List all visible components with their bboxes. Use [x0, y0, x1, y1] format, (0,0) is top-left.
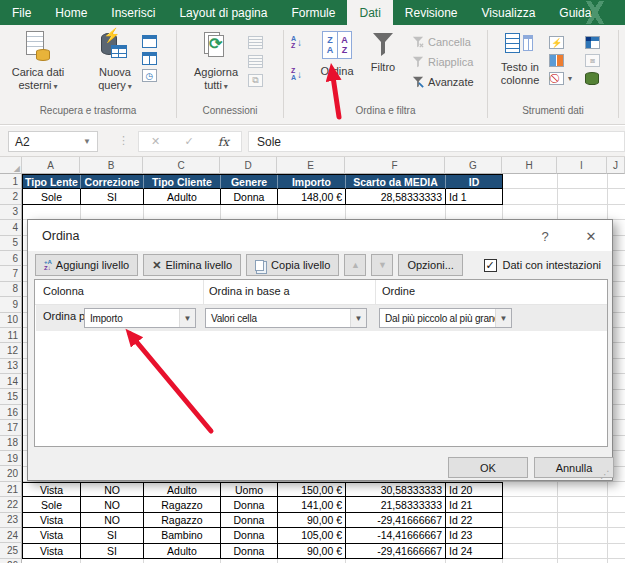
move-level-down-button[interactable]: ▼ — [371, 254, 393, 276]
cell-B25[interactable]: SI — [81, 544, 144, 559]
options-button[interactable]: Opzioni... — [398, 254, 462, 276]
select-all-corner[interactable]: ◢ — [0, 157, 22, 174]
table-header-cell[interactable]: Importo — [278, 175, 346, 189]
headers-checkbox[interactable]: ✓ — [484, 259, 497, 272]
tab-home[interactable]: Home — [43, 0, 99, 25]
connection-properties-icon-button[interactable] — [248, 36, 263, 49]
column-header-C[interactable]: C — [143, 157, 220, 174]
cell-A21[interactable]: Vista — [23, 483, 81, 497]
cell-C22[interactable]: Ragazzo — [144, 497, 221, 512]
column-header-E[interactable]: E — [277, 157, 345, 174]
row-header[interactable]: 11 — [0, 328, 22, 343]
cell-E22[interactable]: 141,00 € — [278, 497, 346, 512]
cell-D23[interactable]: Donna — [221, 513, 278, 528]
cell-A22[interactable]: Sole — [23, 497, 81, 512]
cell-D25[interactable]: Donna — [221, 544, 278, 559]
cell-A24[interactable]: Vista — [23, 528, 81, 543]
cancel-entry-icon[interactable]: ✕ — [151, 135, 160, 148]
table-header-cell[interactable]: Genere — [221, 175, 278, 189]
cell-F21[interactable]: 30,58333333 — [346, 483, 446, 497]
dialog-resize-grip[interactable]: ⋰ — [600, 469, 610, 480]
row-header[interactable]: 18 — [0, 436, 22, 451]
tab-inserisci[interactable]: Inserisci — [99, 0, 167, 25]
nuova-query-button[interactable]: ⚡ Nuova query▾ — [88, 31, 142, 93]
row-header[interactable]: 3 — [0, 205, 22, 220]
cell-A23[interactable]: Vista — [23, 513, 81, 528]
testo-in-colonne-button[interactable]: Testo in colonne — [495, 31, 545, 87]
cell-F25[interactable]: -29,41666667 — [346, 544, 446, 559]
cell-F2[interactable]: 28,58333333 — [346, 189, 446, 204]
from-table-icon-button[interactable] — [142, 52, 157, 65]
filtro-button[interactable]: Filtro — [362, 31, 404, 74]
column-header-B[interactable]: B — [80, 157, 143, 174]
column-header-D[interactable]: D — [220, 157, 277, 174]
cell-E23[interactable]: 90,00 € — [278, 513, 346, 528]
row-header[interactable]: 24 — [0, 528, 22, 543]
table-header-cell[interactable]: ID — [446, 175, 503, 189]
ordina-button[interactable]: ZA AZ Ordina — [313, 31, 361, 78]
riapplica-button[interactable]: Riapplica — [412, 56, 473, 68]
dialog-close-icon[interactable]: ✕ — [577, 226, 605, 246]
row-header[interactable]: 10 — [0, 313, 22, 328]
recent-sources-icon-button[interactable]: ◷ — [142, 69, 157, 82]
tab-revisione[interactable]: Revisione — [393, 0, 470, 25]
cell-E21[interactable]: 150,00 € — [278, 483, 346, 497]
column-header-J[interactable]: J — [607, 157, 625, 174]
row-header[interactable]: 22 — [0, 497, 22, 512]
row-header[interactable]: 26 — [0, 559, 22, 563]
cell-A25[interactable]: Vista — [23, 544, 81, 559]
aggiorna-tutti-button[interactable]: ⟳ Aggiorna tutti▾ — [188, 31, 244, 93]
tab-visualizza[interactable]: Visualizza — [470, 0, 548, 25]
sort-ascending-button[interactable]: AZ ↓ — [291, 35, 302, 49]
relationships-icon-button[interactable]: ⧈ — [585, 54, 600, 67]
cell-B2[interactable]: SI — [81, 189, 144, 204]
name-box[interactable]: A2 ▼ — [8, 131, 98, 152]
column-header-G[interactable]: G — [445, 157, 502, 174]
row-header[interactable]: 15 — [0, 389, 22, 404]
formula-input[interactable]: Sole — [248, 131, 625, 152]
cell-G25[interactable]: Id 24 — [446, 544, 503, 559]
row-header[interactable]: 14 — [0, 374, 22, 389]
row-header[interactable]: 7 — [0, 266, 22, 281]
copy-level-button[interactable]: Copia livello — [246, 254, 339, 276]
cell-F24[interactable]: -14,41666667 — [346, 528, 446, 543]
row-header[interactable]: 21 — [0, 482, 22, 497]
cell-F23[interactable]: -29,41666667 — [346, 513, 446, 528]
row-header[interactable]: 20 — [0, 466, 22, 481]
cell-B23[interactable]: NO — [81, 513, 144, 528]
cell-D2[interactable]: Donna — [221, 189, 278, 204]
avanzate-button[interactable]: Avanzate — [412, 76, 474, 88]
cell-C24[interactable]: Bambino — [144, 528, 221, 543]
consolidate-icon-button[interactable] — [585, 36, 600, 49]
column-header-A[interactable]: A — [22, 157, 80, 174]
move-level-up-button[interactable]: ▲ — [344, 254, 366, 276]
row-header[interactable]: 23 — [0, 513, 22, 528]
add-level-button[interactable]: +AZ↓ Aggiungi livello — [35, 254, 138, 276]
cell-E24[interactable]: 105,00 € — [278, 528, 346, 543]
table-header-cell[interactable]: Tipo Cliente — [144, 175, 221, 189]
row-header[interactable]: 8 — [0, 282, 22, 297]
carica-dati-esterni-button[interactable]: Carica dati esterni▾ — [6, 31, 70, 93]
row-header[interactable]: 2 — [0, 189, 22, 204]
sort-on-select[interactable]: Valori cella ▼ — [205, 308, 367, 328]
cell-C2[interactable]: Adulto — [144, 189, 221, 204]
ok-button[interactable]: OK — [448, 457, 528, 478]
column-select[interactable]: Importo ▼ — [84, 308, 196, 328]
cell-G23[interactable]: Id 22 — [446, 513, 503, 528]
cell-D24[interactable]: Donna — [221, 528, 278, 543]
column-header-F[interactable]: F — [345, 157, 445, 174]
cell-E25[interactable]: 90,00 € — [278, 544, 346, 559]
cell-C25[interactable]: Adulto — [144, 544, 221, 559]
cancella-button[interactable]: Cancella — [412, 36, 471, 48]
cell-G22[interactable]: Id 21 — [446, 497, 503, 512]
row-header[interactable]: 6 — [0, 251, 22, 266]
cell-B21[interactable]: NO — [81, 483, 144, 497]
cell-D22[interactable]: Donna — [221, 497, 278, 512]
remove-duplicates-icon-button[interactable] — [549, 54, 564, 67]
dialog-title-bar[interactable]: Ordina — [28, 220, 612, 251]
name-box-dropdown-icon[interactable]: ▼ — [83, 137, 91, 146]
row-header[interactable]: 13 — [0, 359, 22, 374]
cell-E2[interactable]: 148,00 € — [278, 189, 346, 204]
cell-G24[interactable]: Id 23 — [446, 528, 503, 543]
cell-F22[interactable]: 21,58333333 — [346, 497, 446, 512]
